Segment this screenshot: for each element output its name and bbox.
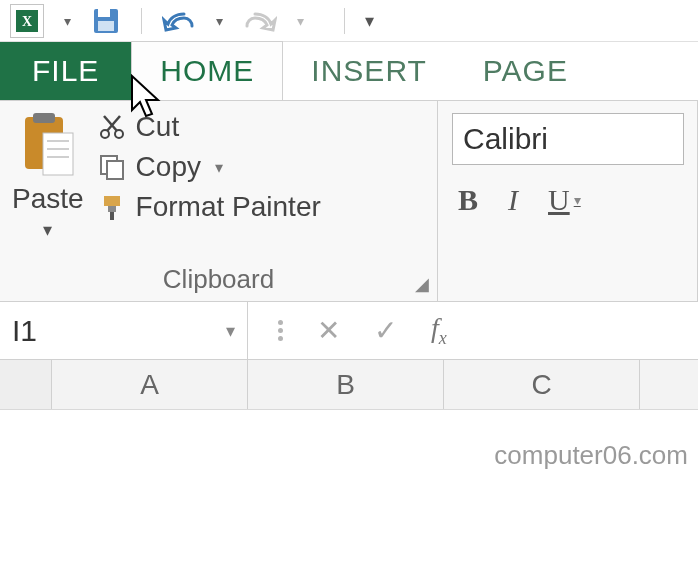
paste-button[interactable]: Paste ▾ [12, 111, 92, 260]
save-icon[interactable] [91, 6, 121, 36]
ribbon: Paste ▾ Cut [0, 100, 698, 302]
quick-access-toolbar: X ▾ ▾ ▾ ▾ [0, 0, 698, 42]
group-font: B I U ▾ [438, 101, 698, 301]
underline-label: U [548, 183, 570, 217]
svg-rect-6 [33, 113, 55, 123]
undo-drop-icon[interactable]: ▾ [216, 13, 223, 29]
svg-rect-16 [107, 161, 123, 179]
paste-label: Paste [12, 183, 84, 215]
paste-drop-icon[interactable]: ▾ [43, 219, 52, 241]
clipboard-group-label: Clipboard [12, 260, 425, 301]
formula-grip-icon [278, 320, 283, 341]
scissors-icon [98, 113, 126, 141]
excel-icon[interactable]: X [10, 4, 44, 38]
name-box-drop-icon[interactable]: ▾ [226, 320, 235, 342]
undo-icon[interactable] [162, 8, 196, 34]
redo-icon[interactable] [243, 8, 277, 34]
italic-button[interactable]: I [508, 183, 518, 217]
name-box[interactable]: I1 ▾ [0, 302, 248, 359]
format-painter-label: Format Painter [136, 191, 321, 223]
tab-home[interactable]: HOME [131, 41, 283, 100]
qat-separator-2 [344, 8, 345, 34]
svg-rect-4 [98, 21, 114, 31]
formula-bar-row: I1 ▾ ✕ ✓ fx [0, 302, 698, 360]
copy-button[interactable]: Copy ▾ [98, 151, 321, 183]
tab-page-layout[interactable]: PAGE [455, 42, 596, 100]
copy-label: Copy [136, 151, 201, 183]
tab-file[interactable]: FILE [0, 42, 131, 100]
ribbon-tabs: FILE HOME INSERT PAGE [0, 42, 698, 100]
format-painter-button[interactable]: Format Painter [98, 191, 321, 223]
column-header-b[interactable]: B [248, 360, 444, 409]
copy-drop-icon[interactable]: ▾ [215, 158, 223, 177]
font-name-input[interactable] [452, 113, 684, 165]
watermark-text: computer06.com [494, 440, 688, 471]
column-header-a[interactable]: A [52, 360, 248, 409]
svg-rect-3 [98, 9, 110, 17]
name-box-value: I1 [12, 314, 37, 348]
cut-label: Cut [136, 111, 180, 143]
column-header-c[interactable]: C [444, 360, 640, 409]
select-all-corner[interactable] [0, 360, 52, 409]
underline-button[interactable]: U ▾ [548, 183, 581, 217]
column-headers: A B C [0, 360, 698, 410]
svg-rect-18 [108, 206, 116, 212]
bold-button[interactable]: B [458, 183, 478, 217]
copy-icon [98, 153, 126, 181]
group-clipboard: Paste ▾ Cut [0, 101, 438, 301]
enter-icon[interactable]: ✓ [374, 314, 397, 347]
worksheet: A B C [0, 360, 698, 410]
tab-insert[interactable]: INSERT [283, 42, 454, 100]
qat-separator [141, 8, 142, 34]
cut-button[interactable]: Cut [98, 111, 321, 143]
qat-customize-icon[interactable]: ▾ [365, 10, 374, 32]
paste-icon [19, 111, 77, 179]
svg-rect-19 [110, 212, 114, 220]
svg-rect-17 [104, 196, 120, 206]
fx-icon[interactable]: fx [431, 312, 447, 349]
svg-text:X: X [22, 14, 32, 29]
qat-app-drop-icon[interactable]: ▾ [64, 13, 71, 29]
redo-drop-icon[interactable]: ▾ [297, 13, 304, 29]
clipboard-dialog-launcher-icon[interactable]: ◢ [413, 275, 431, 293]
cancel-icon[interactable]: ✕ [317, 314, 340, 347]
underline-drop-icon[interactable]: ▾ [574, 192, 581, 208]
paintbrush-icon [98, 193, 126, 221]
svg-rect-7 [43, 133, 73, 175]
